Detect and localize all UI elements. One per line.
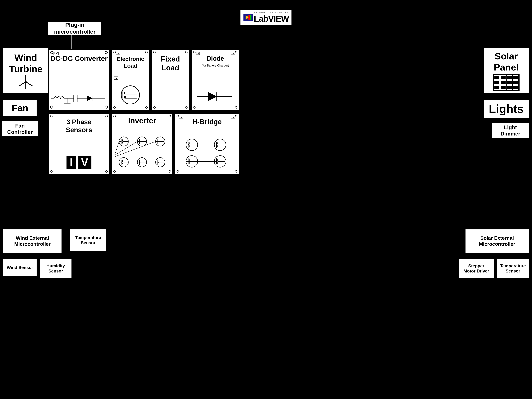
labview-logo: NATIONAL INSTRUMENTS LabVIEW xyxy=(241,10,291,25)
h-bridge-label: H-Bridge xyxy=(175,118,239,126)
svg-point-9 xyxy=(25,81,27,83)
wind-sensor-box: Wind Sensor xyxy=(3,259,37,276)
fan-controller-box: FanController xyxy=(2,121,38,136)
wind-turbine-label: WindTurbine xyxy=(9,52,42,74)
connector-line-plugin xyxy=(71,35,72,49)
fan-box: Fan xyxy=(3,100,37,116)
temperature-sensor-wind-label: TemperatureSensor xyxy=(75,235,101,245)
electronic-load-box: I V Electronic Load I V xyxy=(111,49,150,111)
fan-label: Fan xyxy=(12,102,28,114)
plugin-microcontroller-box: Plug-in microcontroller xyxy=(48,22,101,35)
labview-logo-icon xyxy=(243,14,253,21)
stepper-motor-driver-box: StepperMotor Driver xyxy=(459,259,494,278)
current-indicator: I xyxy=(66,156,76,169)
humidity-sensor-box: HumiditySensor xyxy=(40,259,71,278)
wind-turbine-box: WindTurbine xyxy=(3,48,48,93)
h-bridge-box: I V I V H-Bridge xyxy=(175,113,239,175)
diode-label: Diode xyxy=(192,55,239,62)
solar-temperature-sensor-box: TemperatureSensor xyxy=(497,259,529,278)
dcdc-label: DC-DC Converter xyxy=(49,55,109,62)
solar-panel-box: SolarPanel xyxy=(484,48,529,93)
dcdc-circuit-symbol xyxy=(51,85,107,107)
diode-symbol xyxy=(195,88,235,105)
solar-temperature-sensor-label: TemperatureSensor xyxy=(500,263,526,274)
light-dimmer-label: LightDimmer xyxy=(500,124,520,137)
wind-sensor-label: Wind Sensor xyxy=(7,265,33,270)
plugin-microcontroller-label: Plug-in microcontroller xyxy=(49,21,101,35)
svg-line-56 xyxy=(115,141,137,155)
wind-external-microcontroller-label: Wind ExternalMicrocontroller xyxy=(14,235,51,247)
svg-line-55 xyxy=(115,141,119,153)
svg-rect-3 xyxy=(248,15,250,20)
voltage-indicator: V xyxy=(78,156,92,169)
hbridge-circuit xyxy=(178,135,235,171)
inverter-label: Inverter xyxy=(112,116,172,125)
svg-marker-106 xyxy=(217,161,218,162)
light-dimmer-box: LightDimmer xyxy=(492,123,529,138)
electronic-load-label: Electronic Load xyxy=(112,56,149,69)
three-phase-sensors-box: 3 PhaseSensors I V xyxy=(48,113,110,175)
diode-sublabel: (for Battery Charger) xyxy=(192,64,239,67)
fixed-load-box: Fixed Load xyxy=(151,49,190,111)
svg-marker-92 xyxy=(217,144,218,146)
svg-marker-85 xyxy=(188,144,189,146)
lights-box: Lights xyxy=(484,100,529,118)
inverter-box: Inverter xyxy=(111,113,173,175)
lights-label: Lights xyxy=(489,102,524,116)
inverter-circuit xyxy=(114,133,169,171)
logo-text: LabVIEW xyxy=(254,14,289,24)
solar-external-microcontroller-box: Solar ExternalMicrocontroller xyxy=(466,229,529,253)
stepper-motor-driver-label: StepperMotor Driver xyxy=(463,263,489,274)
temperature-sensor-wind-box: TemperatureSensor xyxy=(70,229,106,251)
three-phase-label: 3 PhaseSensors xyxy=(49,118,109,134)
svg-line-8 xyxy=(26,82,32,86)
svg-rect-4 xyxy=(250,15,251,20)
fixed-load-label: Fixed Load xyxy=(152,55,189,72)
eload-circuit xyxy=(115,83,145,107)
svg-marker-12 xyxy=(87,96,92,101)
logo-brand: NATIONAL INSTRUMENTS xyxy=(254,11,288,14)
solar-external-microcontroller-label: Solar ExternalMicrocontroller xyxy=(479,235,515,247)
humidity-sensor-label: HumiditySensor xyxy=(46,263,65,274)
svg-marker-31 xyxy=(209,92,217,101)
solar-panel-label: SolarPanel xyxy=(494,51,519,73)
dcdc-converter-box: I V DC-DC Converter xyxy=(48,49,110,111)
svg-line-7 xyxy=(19,82,26,86)
diode-box: I V I V Diode (for Battery Charger) xyxy=(191,49,239,111)
fan-controller-label: FanController xyxy=(7,122,33,135)
wind-turbine-icon xyxy=(16,74,36,89)
wind-external-microcontroller-box: Wind ExternalMicrocontroller xyxy=(3,229,62,253)
svg-marker-99 xyxy=(188,161,189,162)
